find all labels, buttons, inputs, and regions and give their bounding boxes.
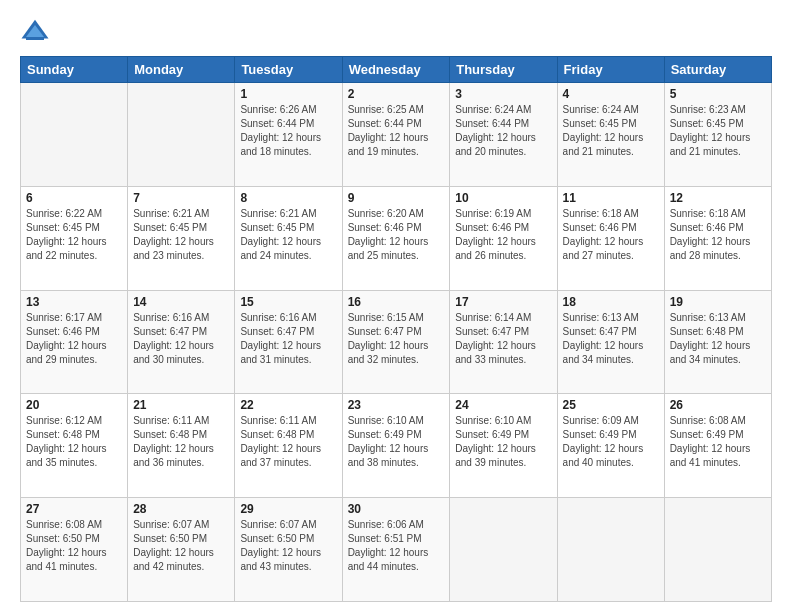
calendar: SundayMondayTuesdayWednesdayThursdayFrid… [20,56,772,602]
day-number: 2 [348,87,445,101]
calendar-cell [128,83,235,187]
day-info: Sunrise: 6:19 AM Sunset: 6:46 PM Dayligh… [455,208,536,261]
calendar-cell [450,498,557,602]
calendar-cell: 10Sunrise: 6:19 AM Sunset: 6:46 PM Dayli… [450,186,557,290]
calendar-header: SundayMondayTuesdayWednesdayThursdayFrid… [21,57,772,83]
day-info: Sunrise: 6:06 AM Sunset: 6:51 PM Dayligh… [348,519,429,572]
day-info: Sunrise: 6:18 AM Sunset: 6:46 PM Dayligh… [563,208,644,261]
day-number: 1 [240,87,336,101]
calendar-cell [664,498,771,602]
calendar-cell: 26Sunrise: 6:08 AM Sunset: 6:49 PM Dayli… [664,394,771,498]
day-info: Sunrise: 6:25 AM Sunset: 6:44 PM Dayligh… [348,104,429,157]
day-info: Sunrise: 6:13 AM Sunset: 6:48 PM Dayligh… [670,312,751,365]
calendar-cell: 2Sunrise: 6:25 AM Sunset: 6:44 PM Daylig… [342,83,450,187]
header [20,16,772,46]
day-info: Sunrise: 6:12 AM Sunset: 6:48 PM Dayligh… [26,415,107,468]
day-number: 20 [26,398,122,412]
calendar-cell: 13Sunrise: 6:17 AM Sunset: 6:46 PM Dayli… [21,290,128,394]
page: SundayMondayTuesdayWednesdayThursdayFrid… [0,0,792,612]
day-info: Sunrise: 6:15 AM Sunset: 6:47 PM Dayligh… [348,312,429,365]
calendar-cell: 5Sunrise: 6:23 AM Sunset: 6:45 PM Daylig… [664,83,771,187]
day-number: 28 [133,502,229,516]
calendar-cell [557,498,664,602]
day-info: Sunrise: 6:23 AM Sunset: 6:45 PM Dayligh… [670,104,751,157]
calendar-cell: 6Sunrise: 6:22 AM Sunset: 6:45 PM Daylig… [21,186,128,290]
day-info: Sunrise: 6:20 AM Sunset: 6:46 PM Dayligh… [348,208,429,261]
calendar-cell: 24Sunrise: 6:10 AM Sunset: 6:49 PM Dayli… [450,394,557,498]
header-row: SundayMondayTuesdayWednesdayThursdayFrid… [21,57,772,83]
day-info: Sunrise: 6:09 AM Sunset: 6:49 PM Dayligh… [563,415,644,468]
calendar-cell: 3Sunrise: 6:24 AM Sunset: 6:44 PM Daylig… [450,83,557,187]
calendar-cell: 9Sunrise: 6:20 AM Sunset: 6:46 PM Daylig… [342,186,450,290]
logo [20,16,54,46]
day-number: 3 [455,87,551,101]
logo-icon [20,16,50,46]
day-info: Sunrise: 6:08 AM Sunset: 6:49 PM Dayligh… [670,415,751,468]
calendar-cell: 1Sunrise: 6:26 AM Sunset: 6:44 PM Daylig… [235,83,342,187]
calendar-cell: 11Sunrise: 6:18 AM Sunset: 6:46 PM Dayli… [557,186,664,290]
header-cell-friday: Friday [557,57,664,83]
svg-rect-2 [26,37,44,40]
day-number: 16 [348,295,445,309]
header-cell-thursday: Thursday [450,57,557,83]
day-number: 10 [455,191,551,205]
calendar-cell: 25Sunrise: 6:09 AM Sunset: 6:49 PM Dayli… [557,394,664,498]
header-cell-saturday: Saturday [664,57,771,83]
day-info: Sunrise: 6:07 AM Sunset: 6:50 PM Dayligh… [133,519,214,572]
day-info: Sunrise: 6:10 AM Sunset: 6:49 PM Dayligh… [455,415,536,468]
header-cell-monday: Monday [128,57,235,83]
calendar-cell: 23Sunrise: 6:10 AM Sunset: 6:49 PM Dayli… [342,394,450,498]
day-number: 13 [26,295,122,309]
calendar-cell: 30Sunrise: 6:06 AM Sunset: 6:51 PM Dayli… [342,498,450,602]
calendar-cell: 14Sunrise: 6:16 AM Sunset: 6:47 PM Dayli… [128,290,235,394]
calendar-cell: 16Sunrise: 6:15 AM Sunset: 6:47 PM Dayli… [342,290,450,394]
day-info: Sunrise: 6:16 AM Sunset: 6:47 PM Dayligh… [133,312,214,365]
calendar-cell: 22Sunrise: 6:11 AM Sunset: 6:48 PM Dayli… [235,394,342,498]
day-info: Sunrise: 6:07 AM Sunset: 6:50 PM Dayligh… [240,519,321,572]
day-number: 4 [563,87,659,101]
day-number: 9 [348,191,445,205]
calendar-cell: 17Sunrise: 6:14 AM Sunset: 6:47 PM Dayli… [450,290,557,394]
week-row-4: 20Sunrise: 6:12 AM Sunset: 6:48 PM Dayli… [21,394,772,498]
day-info: Sunrise: 6:22 AM Sunset: 6:45 PM Dayligh… [26,208,107,261]
day-info: Sunrise: 6:24 AM Sunset: 6:45 PM Dayligh… [563,104,644,157]
day-number: 30 [348,502,445,516]
week-row-2: 6Sunrise: 6:22 AM Sunset: 6:45 PM Daylig… [21,186,772,290]
header-cell-wednesday: Wednesday [342,57,450,83]
calendar-cell: 4Sunrise: 6:24 AM Sunset: 6:45 PM Daylig… [557,83,664,187]
day-number: 22 [240,398,336,412]
day-info: Sunrise: 6:26 AM Sunset: 6:44 PM Dayligh… [240,104,321,157]
day-number: 14 [133,295,229,309]
header-cell-tuesday: Tuesday [235,57,342,83]
calendar-cell: 28Sunrise: 6:07 AM Sunset: 6:50 PM Dayli… [128,498,235,602]
day-number: 24 [455,398,551,412]
day-number: 6 [26,191,122,205]
calendar-cell: 7Sunrise: 6:21 AM Sunset: 6:45 PM Daylig… [128,186,235,290]
day-number: 25 [563,398,659,412]
day-number: 19 [670,295,766,309]
day-number: 7 [133,191,229,205]
header-cell-sunday: Sunday [21,57,128,83]
day-info: Sunrise: 6:10 AM Sunset: 6:49 PM Dayligh… [348,415,429,468]
calendar-cell [21,83,128,187]
day-number: 5 [670,87,766,101]
day-info: Sunrise: 6:13 AM Sunset: 6:47 PM Dayligh… [563,312,644,365]
day-info: Sunrise: 6:24 AM Sunset: 6:44 PM Dayligh… [455,104,536,157]
day-number: 27 [26,502,122,516]
week-row-3: 13Sunrise: 6:17 AM Sunset: 6:46 PM Dayli… [21,290,772,394]
day-number: 11 [563,191,659,205]
day-number: 17 [455,295,551,309]
day-number: 15 [240,295,336,309]
day-info: Sunrise: 6:08 AM Sunset: 6:50 PM Dayligh… [26,519,107,572]
week-row-1: 1Sunrise: 6:26 AM Sunset: 6:44 PM Daylig… [21,83,772,187]
day-info: Sunrise: 6:18 AM Sunset: 6:46 PM Dayligh… [670,208,751,261]
day-number: 29 [240,502,336,516]
calendar-cell: 8Sunrise: 6:21 AM Sunset: 6:45 PM Daylig… [235,186,342,290]
calendar-body: 1Sunrise: 6:26 AM Sunset: 6:44 PM Daylig… [21,83,772,602]
day-number: 21 [133,398,229,412]
day-number: 26 [670,398,766,412]
week-row-5: 27Sunrise: 6:08 AM Sunset: 6:50 PM Dayli… [21,498,772,602]
day-info: Sunrise: 6:16 AM Sunset: 6:47 PM Dayligh… [240,312,321,365]
day-info: Sunrise: 6:21 AM Sunset: 6:45 PM Dayligh… [133,208,214,261]
day-info: Sunrise: 6:21 AM Sunset: 6:45 PM Dayligh… [240,208,321,261]
